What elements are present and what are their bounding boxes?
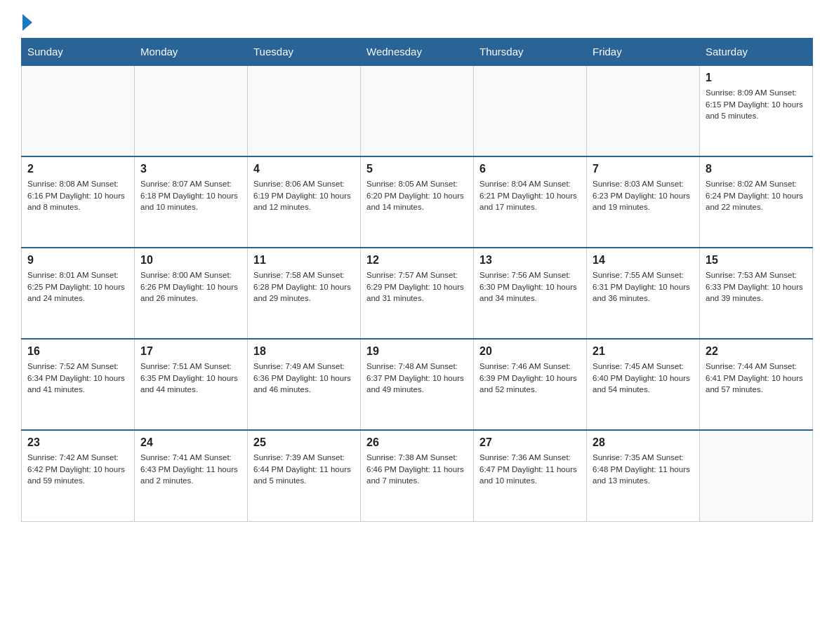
day-info: Sunrise: 7:42 AM Sunset: 6:42 PM Dayligh… [27, 452, 128, 487]
day-info: Sunrise: 7:52 AM Sunset: 6:34 PM Dayligh… [27, 361, 128, 396]
day-info: Sunrise: 7:48 AM Sunset: 6:37 PM Dayligh… [366, 361, 468, 396]
day-info: Sunrise: 8:08 AM Sunset: 6:16 PM Dayligh… [27, 178, 128, 213]
calendar-cell: 18Sunrise: 7:49 AM Sunset: 6:36 PM Dayli… [248, 339, 361, 430]
calendar-cell: 28Sunrise: 7:35 AM Sunset: 6:48 PM Dayli… [587, 430, 700, 521]
calendar-cell: 23Sunrise: 7:42 AM Sunset: 6:42 PM Dayli… [22, 430, 135, 521]
day-info: Sunrise: 7:44 AM Sunset: 6:41 PM Dayligh… [706, 361, 807, 396]
calendar-cell [587, 65, 700, 156]
calendar-cell: 8Sunrise: 8:02 AM Sunset: 6:24 PM Daylig… [700, 156, 813, 248]
calendar-cell: 3Sunrise: 8:07 AM Sunset: 6:18 PM Daylig… [135, 156, 248, 248]
calendar-cell: 7Sunrise: 8:03 AM Sunset: 6:23 PM Daylig… [587, 156, 700, 248]
calendar-body: 1Sunrise: 8:09 AM Sunset: 6:15 PM Daylig… [22, 65, 813, 521]
day-number: 24 [140, 436, 241, 449]
calendar-cell: 21Sunrise: 7:45 AM Sunset: 6:40 PM Dayli… [587, 339, 700, 430]
day-info: Sunrise: 7:46 AM Sunset: 6:39 PM Dayligh… [479, 361, 581, 396]
day-number: 5 [366, 163, 468, 175]
calendar-header: SundayMondayTuesdayWednesdayThursdayFrid… [22, 39, 813, 66]
weekday-header-wednesday: Wednesday [361, 39, 474, 66]
calendar-cell: 17Sunrise: 7:51 AM Sunset: 6:35 PM Dayli… [135, 339, 248, 430]
weekday-header-thursday: Thursday [474, 39, 587, 66]
day-info: Sunrise: 7:45 AM Sunset: 6:40 PM Dayligh… [593, 361, 694, 396]
day-info: Sunrise: 7:57 AM Sunset: 6:29 PM Dayligh… [366, 269, 468, 304]
day-info: Sunrise: 7:49 AM Sunset: 6:36 PM Dayligh… [253, 361, 355, 396]
calendar-cell: 13Sunrise: 7:56 AM Sunset: 6:30 PM Dayli… [474, 248, 587, 339]
day-info: Sunrise: 8:00 AM Sunset: 6:26 PM Dayligh… [140, 269, 241, 304]
day-info: Sunrise: 7:58 AM Sunset: 6:28 PM Dayligh… [253, 269, 355, 304]
calendar-cell: 6Sunrise: 8:04 AM Sunset: 6:21 PM Daylig… [474, 156, 587, 248]
day-info: Sunrise: 8:01 AM Sunset: 6:25 PM Dayligh… [27, 269, 128, 304]
day-number: 18 [253, 345, 355, 358]
calendar-cell [361, 65, 474, 156]
day-info: Sunrise: 7:36 AM Sunset: 6:47 PM Dayligh… [479, 452, 581, 487]
calendar-week-5: 23Sunrise: 7:42 AM Sunset: 6:42 PM Dayli… [22, 430, 813, 521]
day-info: Sunrise: 8:04 AM Sunset: 6:21 PM Dayligh… [479, 178, 581, 213]
calendar-cell: 11Sunrise: 7:58 AM Sunset: 6:28 PM Dayli… [248, 248, 361, 339]
calendar-cell [135, 65, 248, 156]
day-number: 27 [479, 436, 581, 449]
calendar-cell: 14Sunrise: 7:55 AM Sunset: 6:31 PM Dayli… [587, 248, 700, 339]
day-info: Sunrise: 8:05 AM Sunset: 6:20 PM Dayligh… [366, 178, 468, 213]
calendar-cell: 1Sunrise: 8:09 AM Sunset: 6:15 PM Daylig… [700, 65, 813, 156]
calendar-cell: 20Sunrise: 7:46 AM Sunset: 6:39 PM Dayli… [474, 339, 587, 430]
day-info: Sunrise: 8:07 AM Sunset: 6:18 PM Dayligh… [140, 178, 241, 213]
calendar-cell: 15Sunrise: 7:53 AM Sunset: 6:33 PM Dayli… [700, 248, 813, 339]
day-number: 14 [593, 254, 694, 267]
day-info: Sunrise: 8:09 AM Sunset: 6:15 PM Dayligh… [706, 87, 807, 122]
calendar-cell: 12Sunrise: 7:57 AM Sunset: 6:29 PM Dayli… [361, 248, 474, 339]
day-info: Sunrise: 7:41 AM Sunset: 6:43 PM Dayligh… [140, 452, 241, 487]
weekday-header-friday: Friday [587, 39, 700, 66]
day-number: 16 [27, 345, 128, 358]
day-number: 15 [706, 254, 807, 267]
day-number: 25 [253, 436, 355, 449]
day-number: 20 [479, 345, 581, 358]
calendar-cell: 5Sunrise: 8:05 AM Sunset: 6:20 PM Daylig… [361, 156, 474, 248]
day-info: Sunrise: 7:39 AM Sunset: 6:44 PM Dayligh… [253, 452, 355, 487]
calendar-cell: 27Sunrise: 7:36 AM Sunset: 6:47 PM Dayli… [474, 430, 587, 521]
weekday-header-monday: Monday [135, 39, 248, 66]
day-info: Sunrise: 8:06 AM Sunset: 6:19 PM Dayligh… [253, 178, 355, 213]
day-number: 13 [479, 254, 581, 267]
calendar-cell [474, 65, 587, 156]
day-number: 8 [706, 163, 807, 175]
day-number: 12 [366, 254, 468, 267]
day-info: Sunrise: 7:35 AM Sunset: 6:48 PM Dayligh… [593, 452, 694, 487]
calendar-cell [22, 65, 135, 156]
calendar-cell: 24Sunrise: 7:41 AM Sunset: 6:43 PM Dayli… [135, 430, 248, 521]
day-info: Sunrise: 7:51 AM Sunset: 6:35 PM Dayligh… [140, 361, 241, 396]
calendar-cell [248, 65, 361, 156]
day-number: 7 [593, 163, 694, 175]
day-number: 11 [253, 254, 355, 267]
calendar-week-1: 1Sunrise: 8:09 AM Sunset: 6:15 PM Daylig… [22, 65, 813, 156]
calendar-week-3: 9Sunrise: 8:01 AM Sunset: 6:25 PM Daylig… [22, 248, 813, 339]
calendar-table: SundayMondayTuesdayWednesdayThursdayFrid… [21, 38, 813, 522]
calendar-cell: 25Sunrise: 7:39 AM Sunset: 6:44 PM Dayli… [248, 430, 361, 521]
day-number: 21 [593, 345, 694, 358]
day-number: 23 [27, 436, 128, 449]
day-number: 28 [593, 436, 694, 449]
day-number: 26 [366, 436, 468, 449]
day-number: 1 [706, 72, 807, 84]
day-number: 9 [27, 254, 128, 267]
calendar-week-2: 2Sunrise: 8:08 AM Sunset: 6:16 PM Daylig… [22, 156, 813, 248]
day-info: Sunrise: 8:03 AM Sunset: 6:23 PM Dayligh… [593, 178, 694, 213]
calendar-week-4: 16Sunrise: 7:52 AM Sunset: 6:34 PM Dayli… [22, 339, 813, 430]
calendar-cell: 16Sunrise: 7:52 AM Sunset: 6:34 PM Dayli… [22, 339, 135, 430]
calendar-cell: 2Sunrise: 8:08 AM Sunset: 6:16 PM Daylig… [22, 156, 135, 248]
logo [21, 14, 34, 31]
day-info: Sunrise: 7:55 AM Sunset: 6:31 PM Dayligh… [593, 269, 694, 304]
calendar-cell: 9Sunrise: 8:01 AM Sunset: 6:25 PM Daylig… [22, 248, 135, 339]
weekday-header-tuesday: Tuesday [248, 39, 361, 66]
page-header [21, 14, 813, 31]
day-number: 19 [366, 345, 468, 358]
weekday-header-sunday: Sunday [22, 39, 135, 66]
calendar-cell: 26Sunrise: 7:38 AM Sunset: 6:46 PM Dayli… [361, 430, 474, 521]
calendar-cell [700, 430, 813, 521]
calendar-cell: 19Sunrise: 7:48 AM Sunset: 6:37 PM Dayli… [361, 339, 474, 430]
day-number: 22 [706, 345, 807, 358]
calendar-cell: 4Sunrise: 8:06 AM Sunset: 6:19 PM Daylig… [248, 156, 361, 248]
day-number: 6 [479, 163, 581, 175]
day-number: 17 [140, 345, 241, 358]
logo-arrow-icon [22, 14, 32, 31]
day-info: Sunrise: 8:02 AM Sunset: 6:24 PM Dayligh… [706, 178, 807, 213]
day-number: 4 [253, 163, 355, 175]
